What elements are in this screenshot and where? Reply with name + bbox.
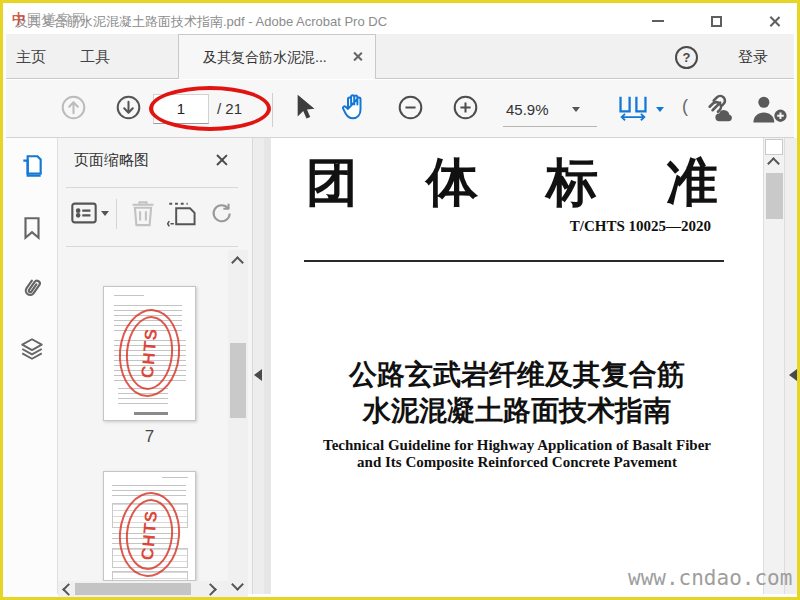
panel-scrollbar-thumb[interactable] [230,343,246,418]
thumbnail-options-button[interactable] [70,200,98,226]
maximize-icon [711,16,722,27]
header-char: 团 [306,148,358,218]
zoom-in-button[interactable] [452,94,479,121]
trash-icon [130,199,156,228]
hand-tool-button[interactable] [339,92,369,122]
minimize-icon [652,20,664,22]
scroll-down-icon[interactable] [231,578,244,591]
scroll-up-icon[interactable] [231,256,244,269]
pointer-icon [290,93,315,122]
panel-divider [66,187,238,188]
thumbnail-page-8[interactable]: CHTS [103,471,196,581]
arrow-down-circle-icon [115,94,142,121]
delete-pages-button[interactable] [130,199,156,228]
bookmarks-panel-button[interactable] [19,215,45,241]
help-button[interactable]: ? [675,46,698,69]
watermark-rest: 国道客网 [27,11,87,27]
zoom-out-button[interactable] [397,94,424,121]
document-scrollbar-thumb[interactable] [766,173,783,219]
tab-document[interactable]: 及其复合筋水泥混... [178,34,376,79]
share-link-button[interactable] [698,92,733,125]
thumbnail-page-7[interactable]: CHTS [103,286,196,421]
tab-home[interactable]: 主页 [16,48,46,67]
tab-tools[interactable]: 工具 [80,48,110,67]
panel-toolbar-divider [116,199,117,229]
main-toolbar: 1 / 21 45.9% ( [6,80,794,138]
options-menu-icon [70,200,98,226]
hand-icon [339,92,369,122]
paperclip-icon [14,270,50,306]
chevron-down-icon [656,107,664,112]
standard-code: T/CHTS 10025—2020 [406,218,711,235]
scrollbar-top-button[interactable] [765,139,783,155]
navigation-rail [6,138,58,594]
chevron-down-icon [101,211,109,216]
thumbnail-page-number: 7 [103,427,196,447]
panel-divider [66,246,238,247]
chevron-down-icon [572,107,580,112]
document-title-en-line2: and Its Composite Reinforced Concrete Pa… [271,454,763,471]
document-vertical-scrollbar[interactable] [763,138,784,594]
bookmark-icon [19,215,45,241]
header-rule [304,260,724,262]
page-thumbnails-panel-button[interactable] [19,153,45,179]
title-watermark-overlay: 中国道客网 [12,11,87,29]
options-dropdown-caret[interactable] [101,211,109,216]
page-thumbnails-panel: 页面缩略图 [58,138,252,594]
stamp-text: CHTS [137,509,161,561]
next-page-button[interactable] [115,94,142,121]
close-document-tab-button[interactable] [352,51,363,62]
document-page[interactable]: 团 体 标 准 T/CHTS 10025—2020 公路玄武岩纤维及其复合筋 水… [271,138,763,594]
scroll-left-icon[interactable] [62,583,75,596]
close-icon [768,15,781,28]
document-title-cn-line2: 水泥混凝土路面技术指南 [271,392,763,430]
document-header: 团 体 标 准 [306,148,718,218]
pages-icon [19,153,45,179]
tools-collapse-strip[interactable] [784,138,800,594]
header-char: 准 [666,148,718,218]
zoom-level-value[interactable]: 45.9% [506,101,549,118]
rotate-pages-button[interactable] [209,201,232,227]
thumbnail-text-lines [114,295,144,298]
close-window-button[interactable] [759,10,789,32]
sign-in-button[interactable]: 登录 [738,48,768,67]
scroll-up-icon[interactable] [767,157,780,170]
layers-icon [19,336,45,362]
watermark-char: 中 [12,11,27,27]
select-tool-button[interactable] [290,93,315,122]
panel-vertical-scrollbar[interactable] [228,250,248,600]
panel-collapse-strip[interactable] [252,138,264,594]
layers-panel-button[interactable] [19,336,45,362]
partial-icon-artifact: ( [682,96,688,117]
site-watermark: www.cndao.com [628,566,792,590]
close-icon [214,153,228,167]
previous-page-button[interactable] [60,94,87,121]
document-title-cn-line1: 公路玄武岩纤维及其复合筋 [271,356,763,394]
title-bar: 及其复合筋水泥混凝土路面技术指南.pdf - Adobe Acrobat Pro… [6,6,794,34]
panel-horizontal-scrollbar-thumb[interactable] [75,583,191,595]
app-window: 及其复合筋水泥混凝土路面技术指南.pdf - Adobe Acrobat Pro… [0,0,800,600]
close-panel-button[interactable] [214,153,228,167]
close-icon [352,51,363,62]
resize-pages-button[interactable] [167,200,198,228]
question-mark-icon: ? [683,50,691,65]
rotate-icon [209,201,232,227]
crop-pages-icon [167,200,198,228]
collapse-left-icon[interactable] [789,369,797,381]
minimize-button[interactable] [643,10,673,32]
attachments-panel-button[interactable] [19,275,45,301]
maximize-button[interactable] [701,10,731,32]
toolbar-divider [272,93,273,127]
fit-width-icon [616,93,650,123]
header-char: 体 [426,148,478,218]
header-char: 标 [546,148,598,218]
zoom-dropdown-button[interactable] [572,107,580,112]
collapse-left-icon[interactable] [254,369,262,381]
person-add-icon [750,93,790,125]
scroll-right-icon[interactable] [204,583,217,596]
fit-width-button[interactable] [616,93,650,123]
fit-options-dropdown-button[interactable] [656,107,664,112]
zoom-field-underline [503,126,597,127]
send-for-signature-button[interactable] [750,93,790,125]
main-area: 页面缩略图 [6,138,794,594]
